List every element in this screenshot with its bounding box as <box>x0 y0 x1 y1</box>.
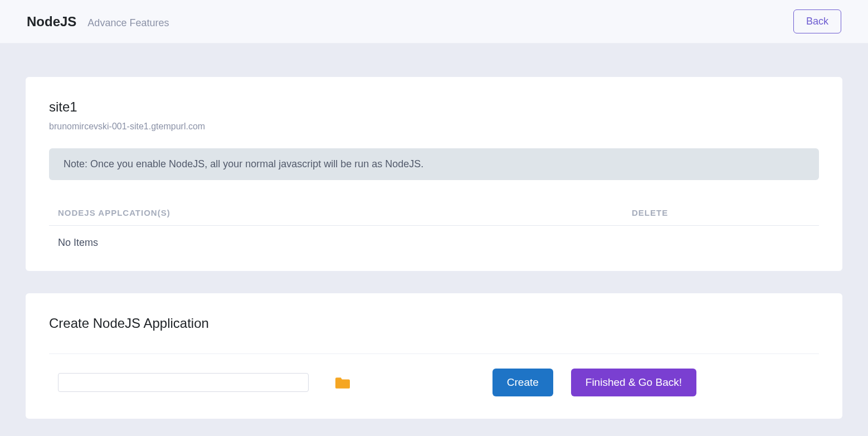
site-name: site1 <box>49 99 819 115</box>
site-url: brunomircevski-001-site1.gtempurl.com <box>49 122 819 132</box>
page-header: NodeJS Advance Features Back <box>0 0 868 43</box>
site-card: site1 brunomircevski-001-site1.gtempurl.… <box>26 77 842 271</box>
column-header-name: NodeJS Applcation(s) <box>58 208 632 217</box>
form-divider <box>49 353 819 354</box>
button-group: Create Finished & Go Back! <box>492 369 819 396</box>
create-title: Create NodeJS Application <box>49 316 819 331</box>
note-message: Note: Once you enable NodeJS, all your n… <box>49 148 819 180</box>
app-path-input[interactable] <box>58 373 309 392</box>
content-area: site1 brunomircevski-001-site1.gtempurl.… <box>0 43 868 419</box>
header-left: NodeJS Advance Features <box>27 14 169 30</box>
page-subtitle: Advance Features <box>87 17 169 29</box>
applications-table: NodeJS Applcation(s) Delete No Items <box>49 200 819 249</box>
table-header-row: NodeJS Applcation(s) Delete <box>49 200 819 226</box>
back-button[interactable]: Back <box>793 9 841 33</box>
empty-state: No Items <box>49 226 819 249</box>
page-title: NodeJS <box>27 14 76 30</box>
create-card: Create NodeJS Application Create Finishe… <box>26 293 842 419</box>
finish-button[interactable]: Finished & Go Back! <box>571 369 696 396</box>
folder-icon[interactable] <box>335 376 350 389</box>
create-form-row: Create Finished & Go Back! <box>49 369 819 396</box>
create-button[interactable]: Create <box>492 369 553 396</box>
column-header-delete: Delete <box>632 208 810 217</box>
